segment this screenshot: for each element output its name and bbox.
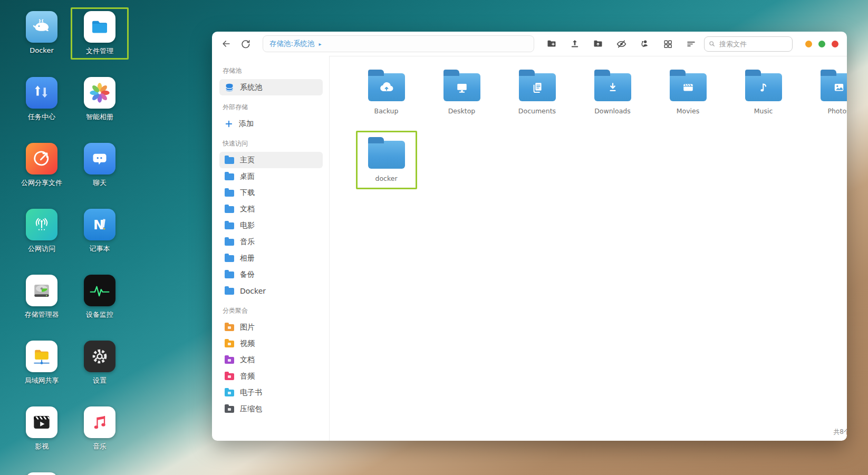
music-icon: [84, 406, 115, 438]
desktop-icon-file-backup[interactable]: 文件备份: [13, 469, 71, 475]
file-folder-photos[interactable]: Photos: [801, 69, 847, 115]
search-box[interactable]: [704, 36, 793, 52]
desktop-icon-task-center[interactable]: 任务中心: [13, 73, 71, 125]
desktop-icon-chat[interactable]: 聊天: [71, 139, 129, 191]
sidebar-item-label: 桌面: [240, 172, 255, 181]
sidebar-item-label: 文档: [240, 355, 255, 365]
sidebar-item-label: 相册: [240, 254, 255, 263]
sidebar-item-downloads[interactable]: 下载: [219, 185, 323, 201]
desktop-icon-notepad[interactable]: N 记事本: [71, 205, 129, 257]
file-backup-icon: [26, 472, 57, 475]
folder-icon: [443, 73, 480, 101]
folder-upload-icon: [593, 38, 603, 49]
file-name: Documents: [518, 107, 556, 115]
close-button[interactable]: [832, 41, 838, 47]
upload-icon: [570, 38, 580, 49]
desktop-icon-settings[interactable]: 设置: [71, 337, 129, 389]
folder-icon: [745, 73, 782, 101]
sidebar-item-archives[interactable]: 压缩包: [219, 401, 323, 417]
file-folder-docker-highlighted[interactable]: docker: [349, 131, 424, 189]
refresh-button[interactable]: [239, 38, 251, 50]
window-toolbar: 存储池:系统池 ▸: [212, 32, 847, 56]
file-name: Photos: [827, 107, 847, 115]
desktop-icon-label: 任务中心: [28, 112, 55, 122]
sidebar-item-ebooks[interactable]: 电子书: [219, 384, 323, 401]
grid-view-button[interactable]: [662, 38, 673, 50]
window-controls: [805, 41, 838, 47]
folder-icon: [225, 255, 234, 262]
audio-folder-icon: [225, 373, 234, 380]
selection-highlight-box: docker: [356, 131, 417, 189]
sort-icon: [686, 39, 696, 49]
desktop-icon-movies[interactable]: 影视: [13, 403, 71, 455]
device-monitor-icon: [84, 275, 115, 306]
file-folder-movies[interactable]: Movies: [650, 69, 726, 115]
cloud-upload-glyph: [368, 73, 405, 101]
desktop-icon-lan-share[interactable]: 局域网共享: [13, 337, 71, 389]
sidebar-item-home[interactable]: 主页: [219, 152, 323, 168]
monitor-glyph: [443, 73, 480, 101]
sidebar-item-add-external[interactable]: 添加: [219, 115, 323, 132]
desktop-icon-smart-album[interactable]: 智能相册: [71, 73, 129, 125]
settings-gear-icon: [84, 341, 115, 372]
folder-icon: [225, 272, 234, 278]
new-folder-button[interactable]: [546, 38, 557, 50]
file-name: Music: [754, 107, 773, 115]
notepad-icon: N: [84, 209, 115, 240]
sidebar-item-music[interactable]: 音乐: [219, 234, 323, 250]
sidebar-item-pictures[interactable]: 图片: [219, 319, 323, 335]
sidebar-item-audio[interactable]: 音频: [219, 368, 323, 384]
upload-button[interactable]: [569, 38, 581, 50]
smart-album-icon: [84, 77, 115, 109]
desktop-icon-public-access[interactable]: 公网访问: [13, 205, 71, 257]
sidebar-item-movies[interactable]: 电影: [219, 217, 323, 234]
file-folder-music[interactable]: Music: [726, 69, 801, 115]
folder-icon: [225, 190, 234, 197]
breadcrumb[interactable]: 存储池:系统池 ▸: [263, 35, 534, 52]
lan-share-icon: [26, 341, 57, 372]
hidden-files-button[interactable]: [615, 38, 627, 50]
file-folder-documents[interactable]: Documents: [499, 69, 575, 115]
sidebar-section-storage-pool: 存储池: [223, 66, 323, 75]
sidebar-item-documents[interactable]: 文档: [219, 201, 323, 217]
sidebar-item-label: 音频: [240, 372, 255, 381]
minimize-button[interactable]: [805, 41, 812, 47]
maximize-button[interactable]: [818, 41, 825, 47]
sidebar-section-external: 外部存储: [223, 103, 323, 112]
file-count-status: 共8个文件: [833, 428, 847, 437]
sidebar-item-backup[interactable]: 备份: [219, 266, 323, 283]
public-access-icon: [26, 209, 57, 240]
user-sync-button[interactable]: [639, 38, 650, 50]
sidebar-item-videos[interactable]: 视频: [219, 335, 323, 352]
sidebar-item-albums[interactable]: 相册: [219, 250, 323, 266]
sidebar-item-label: 电子书: [240, 388, 262, 398]
desktop-icon-public-share[interactable]: 公网分享文件: [13, 139, 71, 191]
folder-upload-button[interactable]: [592, 38, 604, 50]
back-arrow-icon: [221, 38, 232, 49]
sidebar-item-docs[interactable]: 文档: [219, 352, 323, 368]
archives-folder-icon: [225, 406, 234, 413]
search-input[interactable]: [718, 40, 788, 49]
sidebar-item-system-pool[interactable]: 系统池: [219, 79, 323, 95]
desktop-icon-device-monitor[interactable]: 设备监控: [71, 271, 129, 323]
desktop-icon-file-manager[interactable]: 文件管理: [71, 7, 129, 60]
folder-icon: [225, 288, 234, 295]
folder-icon: [670, 73, 707, 101]
sort-button[interactable]: [685, 38, 697, 50]
desktop-icon-docker[interactable]: Docker: [13, 7, 71, 60]
docker-whale-icon: [26, 11, 57, 43]
file-folder-downloads[interactable]: Downloads: [575, 69, 650, 115]
pictures-folder-icon: [225, 324, 234, 331]
sidebar-item-label: 系统池: [240, 83, 262, 92]
desktop-icon-music[interactable]: 音乐: [71, 403, 129, 455]
new-folder-icon: [546, 38, 557, 49]
ebooks-folder-icon: [225, 390, 234, 396]
sidebar-item-docker[interactable]: Docker: [219, 283, 323, 299]
sidebar-section-classify: 分类聚合: [223, 306, 323, 315]
desktop-icon-storage-manager[interactable]: 存储管理器: [13, 271, 71, 323]
file-folder-backup[interactable]: Backup: [349, 69, 424, 115]
file-folder-desktop[interactable]: Desktop: [424, 69, 499, 115]
back-button[interactable]: [220, 38, 232, 50]
sidebar-item-desktop[interactable]: 桌面: [219, 168, 323, 185]
file-manager-icon: [84, 11, 115, 43]
